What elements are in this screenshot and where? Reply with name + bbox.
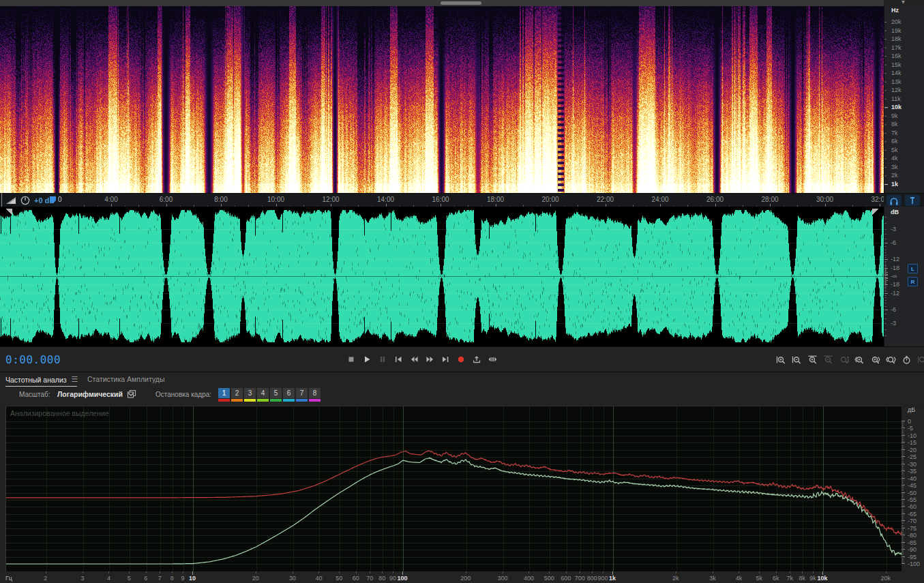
hold-button-4[interactable]: 4	[257, 388, 269, 398]
loop-playback-icon	[472, 355, 481, 363]
fade-envelope-icon[interactable]	[5, 196, 16, 205]
stop-button[interactable]	[344, 353, 357, 366]
hold-button-8[interactable]: 8	[309, 388, 321, 398]
plot-db-tick-label: -20	[908, 447, 916, 453]
plot-hz-tick-label: 80	[378, 575, 385, 582]
plot-hz-tick-label: 400	[524, 575, 534, 582]
plot-hz-tick-label: 90	[389, 575, 396, 582]
transport-bar: 0:00.000	[0, 346, 924, 372]
zoom-in-full-button[interactable]	[806, 353, 819, 366]
fast-forward-button[interactable]	[423, 353, 436, 366]
zoom-in-full-icon	[807, 355, 818, 364]
rewind-button[interactable]	[407, 353, 420, 366]
plot-db-tick-label: -40	[908, 475, 916, 482]
zoom-in-at-out-point-button[interactable]	[869, 353, 882, 366]
plot-hz-tick-label: 600	[561, 575, 571, 582]
zoom-in-button[interactable]	[775, 353, 788, 366]
freq-analysis-controls: Масштаб: Логарифмический Остановка кадра…	[0, 387, 924, 404]
freq-tick-label: 13k	[891, 78, 901, 85]
plot-db-tick-label: -5	[908, 425, 913, 432]
loop-playback-button[interactable]	[470, 353, 483, 366]
tab-label: Статистика Амплитуды	[87, 375, 164, 383]
zoom-in-icon	[776, 355, 786, 364]
record-icon	[456, 355, 466, 363]
spectral-frequency-ruler: Hz 20k19k18k17k16k15k14k13k12k11k10k9k8k…	[884, 6, 924, 193]
skip-to-start-button[interactable]	[391, 353, 404, 366]
marker-icon[interactable]	[49, 196, 57, 204]
hold-color-swatch	[257, 399, 269, 402]
tab-frequency-analysis[interactable]: Частотный анализ ☰	[5, 375, 77, 384]
tab-amplitude-statistics[interactable]: Статистика Амплитуды	[87, 375, 164, 383]
plot-hz-tick-label: 6	[144, 575, 147, 582]
fade-out-handle[interactable]	[872, 209, 878, 215]
copy-graph-button[interactable]	[127, 389, 136, 399]
scale-dropdown-value: Логарифмический	[57, 390, 123, 398]
gain-knob-icon[interactable]	[20, 196, 30, 205]
hold-button-6[interactable]: 6	[283, 388, 295, 398]
zoom-locked-icon	[917, 355, 924, 364]
plot-hz-tick-label: 7k	[787, 575, 794, 582]
spectrogram-scrollbar[interactable]	[0, 0, 884, 6]
hold-color-swatch	[283, 399, 295, 402]
pause-button	[376, 353, 389, 366]
spectrogram-canvas[interactable]	[0, 6, 884, 193]
amplitude-tick-label: -6	[891, 239, 896, 246]
plot-hz-tick-label: 4k	[736, 575, 743, 582]
plot-hz-ruler: Гц 2345678910203040506070809010020030040…	[0, 571, 924, 583]
plot-hz-tick-label: 4	[107, 575, 110, 582]
record-button[interactable]	[454, 353, 467, 366]
zoom-to-selection-icon	[886, 355, 896, 364]
skip-selection-button[interactable]	[486, 353, 498, 366]
plot-hz-tick-label: 2	[44, 575, 47, 582]
zoom-amplitude-button	[837, 353, 850, 366]
scrollbar-handle[interactable]	[441, 1, 481, 5]
time-display[interactable]: 0:00.000	[5, 353, 61, 366]
analyzed-selection-label: Анализированное выделение	[10, 409, 109, 417]
skip-selection-icon	[488, 355, 497, 363]
zoom-in-at-in-point-button[interactable]	[853, 353, 866, 366]
pin-timeline-button[interactable]	[905, 195, 920, 206]
hold-button-3[interactable]: 3	[244, 388, 256, 398]
panel-menu-icon[interactable]: ☰	[72, 375, 78, 384]
freq-tick-label: 12k	[891, 87, 901, 93]
timeline-ruler[interactable]: 4:006:008:0010:0012:0014:0016:0018:0020:…	[0, 193, 924, 208]
amplitude-center-label: -∞	[891, 273, 897, 280]
skip-to-end-button[interactable]	[438, 353, 451, 366]
play-button[interactable]	[360, 353, 373, 366]
plot-hz-tick-label: 10	[189, 575, 196, 582]
monitor-headphones-button[interactable]	[886, 195, 901, 206]
freq-tick-label: 5k	[891, 147, 898, 153]
zoom-locked-button	[916, 353, 924, 366]
plot-hz-tick-label: 9k	[809, 575, 816, 582]
fade-in-handle[interactable]	[6, 209, 12, 215]
plot-db-tick-label: -45	[908, 482, 916, 489]
plot-hz-tick-label: 20	[252, 575, 259, 582]
panel-tab-bar: Частотный анализ ☰ Статистика Амплитуды	[0, 372, 924, 387]
plot-db-unit: дБ	[908, 406, 915, 413]
reset-zoom-button[interactable]	[900, 353, 913, 366]
hold-button-7[interactable]: 7	[296, 388, 308, 398]
hold-color-swatch	[244, 399, 256, 402]
hold-button-1[interactable]: 1	[218, 388, 230, 398]
spectral-ruler-menu-arrow[interactable]: ▾	[901, 0, 905, 5]
scale-label: Масштаб:	[19, 391, 50, 398]
amplitude-tick-label: -18	[891, 265, 899, 271]
plot-db-tick-label: -25	[908, 453, 916, 460]
waveform-canvas[interactable]	[0, 207, 884, 346]
freq-tick-label: 8k	[891, 121, 898, 128]
hold-button-5[interactable]: 5	[270, 388, 282, 398]
plot-hz-tick-label: 20k	[880, 575, 891, 582]
channel-badge-left[interactable]: L	[908, 264, 918, 273]
hold-button-2[interactable]: 2	[231, 388, 243, 398]
scale-dropdown[interactable]: Логарифмический	[53, 388, 138, 400]
channel-badge-right[interactable]: R	[908, 277, 918, 286]
zoom-out-full-button	[822, 353, 835, 366]
amplitude-tick-label: -18	[891, 281, 899, 288]
freq-tick-label: 10k	[891, 104, 901, 110]
freq-tick-label: 11k	[891, 95, 901, 102]
zoom-out-button[interactable]	[790, 353, 803, 366]
frequency-plot[interactable]: Анализированное выделение	[5, 406, 903, 573]
zoom-to-selection-button[interactable]	[884, 353, 897, 366]
freq-tick-label: 16k	[891, 53, 901, 59]
plot-db-ruler: дБ 0-5-10-15-20-25-30-35-40-45-50-55-60-…	[901, 406, 924, 571]
